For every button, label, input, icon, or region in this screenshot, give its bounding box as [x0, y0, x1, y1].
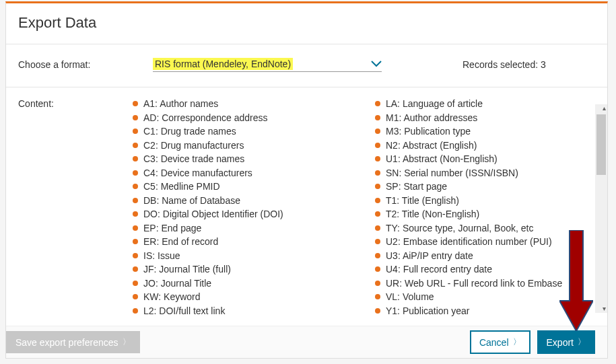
- list-item: DO: Digital Object Identifier (DOI): [133, 207, 362, 221]
- list-item: T2: Title (Non-English): [375, 207, 604, 221]
- scroll-up-icon[interactable]: ▴: [603, 104, 606, 112]
- list-item-label: IS: Issue: [143, 249, 180, 263]
- list-item-label: LA: Language of article: [386, 97, 483, 111]
- bullet-icon: [133, 308, 138, 314]
- list-item: C2: Drug manufacturers: [133, 139, 362, 153]
- format-label: Choose a format:: [18, 59, 112, 70]
- export-dialog: Export Data Choose a format: RIS format …: [5, 1, 608, 359]
- chevron-right-icon: 〉: [578, 336, 586, 348]
- list-item-label: SN: Serial number (ISSN/ISBN): [386, 166, 518, 180]
- bullet-icon: [133, 198, 138, 203]
- list-item: C5: Medline PMID: [133, 180, 362, 194]
- list-item-label: C2: Drug manufacturers: [143, 139, 244, 153]
- list-item: M1: Author addresses: [375, 111, 604, 125]
- list-item-label: DO: Digital Object Identifier (DOI): [143, 207, 283, 221]
- list-item: C4: Device manufacturers: [133, 166, 362, 180]
- list-item-label: U1: Abstract (Non-English): [386, 152, 498, 166]
- list-item-label: U2: Embase identification number (PUI): [386, 235, 552, 249]
- bullet-icon: [375, 308, 380, 314]
- list-item: C3: Device trade names: [133, 152, 362, 166]
- list-item-label: T2: Title (Non-English): [386, 207, 479, 221]
- list-item-label: DB: Name of Database: [143, 194, 240, 208]
- export-label: Export: [547, 337, 574, 348]
- list-item: LA: Language of article: [375, 97, 604, 111]
- save-pref-label: Save export preferences: [15, 337, 118, 348]
- bullet-icon: [133, 253, 138, 258]
- bullet-icon: [133, 294, 138, 299]
- list-item-label: VL: Volume: [386, 290, 434, 304]
- save-preferences-button[interactable]: Save export preferences 〉: [6, 331, 140, 353]
- list-item: AD: Correspondence address: [133, 111, 362, 125]
- list-item: C1: Drug trade names: [133, 124, 362, 139]
- list-item: JO: Journal Title: [133, 277, 362, 291]
- format-row: Choose a format: RIS format (Mendeley, E…: [6, 44, 607, 87]
- bullet-icon: [375, 266, 380, 272]
- dialog-footer: Save export preferences 〉 Cancel 〉 Expor…: [6, 326, 607, 358]
- footer-buttons: Cancel 〉 Export 〉: [470, 330, 595, 354]
- bullet-icon: [375, 281, 380, 286]
- list-item: KW: Keyword: [133, 290, 362, 304]
- bullet-icon: [375, 184, 380, 189]
- cancel-label: Cancel: [479, 337, 509, 348]
- list-item: SN: Serial number (ISSN/ISBN): [375, 166, 604, 180]
- bullet-icon: [133, 143, 138, 148]
- bullet-icon: [133, 115, 138, 120]
- bullet-icon: [133, 266, 138, 272]
- format-value: RIS format (Mendeley, EndNote): [153, 58, 293, 70]
- list-item: ER: End of record: [133, 235, 362, 249]
- list-item: EP: End page: [133, 221, 362, 235]
- bullet-icon: [375, 253, 380, 258]
- format-select[interactable]: RIS format (Mendeley, EndNote): [153, 57, 382, 72]
- list-item-label: AD: Correspondence address: [143, 111, 267, 125]
- bullet-icon: [133, 156, 138, 161]
- bullet-icon: [133, 129, 138, 134]
- scroll-down-icon[interactable]: ▾: [603, 305, 606, 312]
- list-item-label: A1: Author names: [143, 97, 218, 111]
- cancel-button[interactable]: Cancel 〉: [470, 330, 531, 354]
- bullet-icon: [375, 101, 380, 106]
- list-item-label: ER: End of record: [143, 235, 218, 249]
- bullet-icon: [375, 198, 380, 203]
- chevron-right-icon: 〉: [513, 336, 521, 348]
- list-item-label: EP: End page: [143, 221, 201, 235]
- list-item: SP: Start page: [375, 180, 604, 194]
- list-item-label: JF: Journal Title (full): [143, 262, 231, 277]
- chevron-right-icon: 〉: [123, 336, 131, 348]
- list-item-label: N2: Abstract (English): [386, 139, 477, 153]
- scrollbar-thumb[interactable]: [596, 114, 606, 175]
- list-item-label: U4: Full record entry date: [386, 262, 492, 277]
- list-item: A1: Author names: [133, 97, 362, 111]
- list-item: U4: Full record entry date: [375, 262, 604, 277]
- list-item-label: C4: Device manufacturers: [143, 166, 252, 180]
- list-item: TY: Source type, Journal, Book, etc: [375, 221, 604, 235]
- bullet-icon: [375, 156, 380, 161]
- list-item-label: M1: Author addresses: [386, 111, 477, 125]
- list-item-label: TY: Source type, Journal, Book, etc: [386, 221, 533, 235]
- bullet-icon: [375, 170, 380, 176]
- list-item: DB: Name of Database: [133, 194, 362, 208]
- list-item: T1: Title (English): [375, 194, 604, 208]
- list-item: U3: AiP/IP entry date: [375, 249, 604, 263]
- list-item-label: C3: Device trade names: [143, 152, 244, 166]
- list-item: VL: Volume: [375, 290, 604, 304]
- list-item-label: U3: AiP/IP entry date: [386, 249, 473, 263]
- list-item-label: SP: Start page: [386, 180, 447, 194]
- content-col-2: LA: Language of articleM1: Author addres…: [375, 97, 604, 318]
- list-item: N2: Abstract (English): [375, 139, 604, 153]
- list-item: L2: DOI/full text link: [133, 304, 362, 318]
- bullet-icon: [375, 129, 380, 134]
- bullet-icon: [133, 170, 138, 176]
- export-button[interactable]: Export 〉: [537, 330, 595, 354]
- bullet-icon: [375, 143, 380, 148]
- dialog-title: Export Data: [18, 14, 595, 32]
- bullet-icon: [133, 239, 138, 244]
- list-item-label: T1: Title (English): [386, 194, 459, 208]
- bullet-icon: [133, 101, 138, 106]
- list-item: M3: Publication type: [375, 124, 604, 139]
- records-label: Records selected:: [463, 59, 538, 70]
- list-item-label: UR: Web URL - Full record link to Embase: [386, 277, 562, 291]
- list-item: JF: Journal Title (full): [133, 262, 362, 277]
- records-count: 3: [541, 59, 546, 70]
- list-item-label: JO: Journal Title: [143, 277, 211, 291]
- list-item: U1: Abstract (Non-English): [375, 152, 604, 166]
